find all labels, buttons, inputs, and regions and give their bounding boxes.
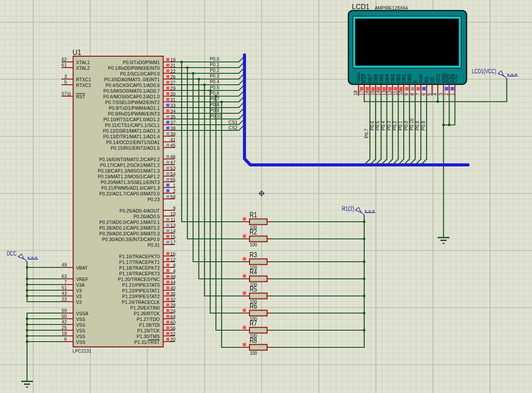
svg-text:U1: U1: [72, 48, 81, 56]
svg-text:P1.27/TDO: P1.27/TDO: [137, 317, 160, 322]
svg-text:VSS: VSS: [76, 317, 85, 322]
svg-text:17: 17: [170, 240, 176, 245]
svg-text:38: 38: [170, 126, 176, 131]
svg-text:P1.31/TRST: P1.31/TRST: [134, 339, 160, 345]
svg-text:57: 57: [62, 91, 67, 96]
svg-text:29: 29: [170, 86, 176, 91]
svg-text:VSS: VSS: [76, 339, 85, 345]
svg-text:11: 11: [171, 217, 176, 222]
svg-text:P0.5: P0.5: [210, 85, 220, 90]
svg-text:P0.3/SDA0/MAT0..0/EINT1: P0.3/SDA0/MAT0..0/EINT1: [104, 77, 160, 82]
svg-text:DCC: DCC: [7, 250, 17, 257]
svg-text:DB7: DB7: [367, 74, 373, 83]
svg-text:-Vout: -Vout: [356, 72, 361, 83]
svg-text:P0.14/DCD1/EINT1/SDA1: P0.14/DCD1/EINT1/SDA1: [106, 140, 160, 145]
svg-text:P0.10/RTS1/CAP1.0/AD1.2: P0.10/RTS1/CAP1.0/AD1.2: [103, 117, 159, 122]
svg-text:2: 2: [444, 93, 449, 96]
svg-text:R7: R7: [250, 320, 257, 327]
svg-text:P0.6/MOSI0/CAP0.2/AD1.0: P0.6/MOSI0/CAP0.2/AD1.0: [103, 94, 160, 99]
svg-text:P0.6: P0.6: [210, 90, 220, 96]
svg-text:P0.1/RxD0/PWM3/EINT0: P0.1/RxD0/PWM3/EINT0: [108, 65, 160, 71]
svg-text:P0.13/DTR1/MAT1.1/AD1.4: P0.13/DTR1/MAT1.1/AD1.4: [103, 134, 160, 139]
svg-text:55: 55: [170, 177, 176, 182]
svg-text:P0.4: P0.4: [210, 79, 220, 84]
svg-text:P0.19/MAT1.2/MOSI1/CAP1.2: P0.19/MAT1.2/MOSI1/CAP1.2: [98, 174, 159, 179]
svg-text:R/W: R/W: [418, 74, 423, 83]
svg-text:P0.4: P0.4: [380, 121, 386, 130]
svg-text:54: 54: [170, 171, 176, 177]
svg-text:DB0: DB0: [407, 74, 412, 83]
svg-text:RTXC1: RTXC1: [76, 77, 91, 82]
svg-text:V3: V3: [76, 288, 82, 293]
svg-text:13: 13: [170, 223, 176, 228]
svg-text:P0.21/PWM5/AD1.6/CAP1.3: P0.21/PWM5/AD1.6/CAP1.3: [101, 185, 159, 191]
svg-text:CS2: CS2: [228, 125, 238, 130]
svg-text:P0.0: P0.0: [403, 121, 409, 130]
svg-text:39: 39: [170, 131, 176, 137]
svg-text:9: 9: [173, 206, 176, 211]
svg-text:23: 23: [62, 296, 67, 302]
svg-text:44: 44: [170, 280, 176, 285]
svg-text:VSS: VSS: [76, 322, 85, 328]
svg-text:9: 9: [404, 93, 409, 96]
svg-text:1: 1: [449, 93, 455, 96]
svg-text:19: 19: [170, 57, 176, 62]
svg-text:56: 56: [170, 325, 176, 331]
svg-text:P0.25/AD0.4/AOUT: P0.25/AD0.4/AOUT: [119, 208, 160, 213]
svg-text:DB1: DB1: [401, 74, 406, 83]
svg-text:P1.16/TRACEPKT0: P1.16/TRACEPKT0: [119, 254, 159, 259]
svg-text:25: 25: [62, 325, 67, 330]
svg-text:14: 14: [376, 90, 381, 96]
svg-text:11: 11: [393, 90, 398, 95]
svg-text:34: 34: [170, 108, 176, 114]
svg-text:P0.4/SCK0/CAP0.1/AD0.6: P0.4/SCK0/CAP0.1/AD0.6: [105, 83, 159, 88]
svg-text:8: 8: [173, 263, 176, 268]
svg-text:P0.3: P0.3: [210, 73, 220, 79]
svg-text:6: 6: [64, 336, 67, 342]
svg-text:40: 40: [170, 285, 176, 291]
svg-text:P1.24/TRACECLK: P1.24/TRACECLK: [122, 299, 159, 305]
svg-text:45: 45: [170, 143, 176, 148]
svg-text:R1: R1: [250, 211, 257, 219]
svg-text:5: 5: [427, 93, 432, 96]
svg-text:P0.18/CAP1.3/MISO1/MAT1.3: P0.18/CAP1.3/MISO1/MAT1.3: [98, 168, 159, 173]
svg-text:4: 4: [432, 93, 438, 96]
svg-text:62: 62: [62, 57, 67, 62]
svg-text:P0.10: P0.10: [210, 113, 222, 119]
svg-text:8: 8: [409, 93, 415, 96]
svg-text:59: 59: [62, 308, 67, 313]
svg-text:VSS: VSS: [76, 334, 85, 339]
svg-text:CS2: CS2: [447, 74, 452, 83]
svg-text:18: 18: [62, 331, 67, 336]
svg-text:P0.0/TxD0/PWM1: P0.0/TxD0/PWM1: [123, 60, 159, 65]
svg-text:58: 58: [170, 194, 176, 199]
svg-text:46: 46: [170, 154, 176, 159]
svg-text:P0.23: P0.23: [148, 197, 160, 202]
svg-text:P0.29/AD0.2/CAP0.3/MAT0.3: P0.29/AD0.2/CAP0.3/MAT0.3: [99, 231, 160, 236]
svg-text:P0.0: P0.0: [210, 56, 220, 61]
svg-text:P0.5/MISO0/MAT0.1/AD0.7: P0.5/MISO0/MAT0.1/AD0.7: [103, 88, 159, 94]
svg-text:P0.15/RI1/EINT2/AD1.5: P0.15/RI1/EINT2/AD1.5: [111, 145, 160, 151]
svg-text:50: 50: [62, 314, 67, 319]
svg-text:60: 60: [170, 320, 176, 325]
svg-text:LCD1(VCC): LCD1(VCC): [472, 68, 496, 75]
svg-text:42: 42: [62, 319, 67, 324]
svg-text:P0.3: P0.3: [386, 121, 391, 130]
svg-text:16: 16: [170, 251, 176, 256]
svg-text:2: 2: [173, 188, 176, 194]
svg-text:37: 37: [170, 120, 176, 125]
svg-text:51: 51: [62, 285, 67, 290]
svg-text:R5: R5: [250, 285, 257, 293]
svg-text:E: E: [413, 80, 418, 83]
svg-text:15: 15: [370, 90, 375, 96]
svg-text:P0.22/AD1.7/CAP0.0/MAT0.0: P0.22/AD1.7/CAP0.0/MAT0.0: [99, 191, 160, 196]
svg-text:P0.28/AD0.1/CAP0.2/MAT0.2: P0.28/AD0.1/CAP0.2/MAT0.2: [99, 225, 160, 231]
svg-text:V0: V0: [430, 77, 435, 83]
svg-text:DB6: DB6: [373, 74, 378, 83]
svg-text:CS1: CS1: [452, 74, 458, 83]
svg-text:P0.8/TxD1/PWM4/AD1.1: P0.8/TxD1/PWM4/AD1.1: [109, 105, 159, 111]
svg-text:43: 43: [62, 291, 67, 296]
svg-text:LPC2131: LPC2131: [72, 348, 91, 353]
svg-text:1: 1: [173, 183, 176, 188]
svg-text:41: 41: [170, 137, 176, 142]
